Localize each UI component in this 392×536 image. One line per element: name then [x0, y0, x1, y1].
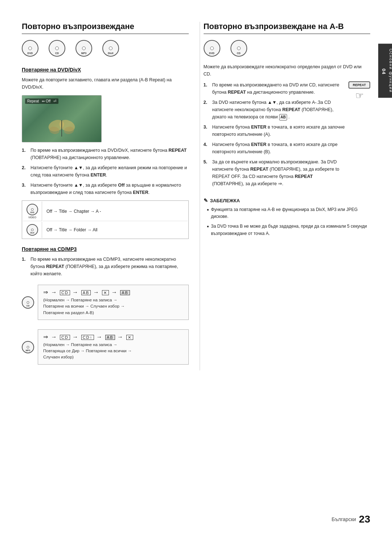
divx-icon-left: DivX: [102, 40, 119, 57]
right-step-2: 2. За DVD натиснете бутона ▲▼, да са изб…: [204, 99, 345, 121]
cd-mp3-steps-list: 1. По време на възпроизвеждане на CD/MP3…: [22, 256, 189, 277]
main-content: Повторно възпроизвеждане DVD CD: [22, 22, 370, 370]
right-intro: Можете да възпроизвеждате неколкократно …: [204, 63, 371, 78]
mp3-flow-desc: (Нормален → Повтаряне на записа → Повтар…: [43, 342, 183, 361]
cd-label: CD: [55, 52, 59, 54]
mp3-flow-chart: ⇒ → CD → CD↑ → AB → ✕ (Нормален → Повтар…: [38, 329, 189, 365]
disc-icons-left: DVD CD MP3: [22, 40, 189, 57]
right-step-3: 3. Натиснете бутона ENTER в точката, в к…: [204, 123, 345, 138]
left-column: Повторно възпроизвеждане DVD CD: [22, 22, 189, 370]
divx-icon-table: DivX: [26, 224, 38, 236]
dvd-divx-section: Повтаряне на DVD/DivX Можете да повторит…: [22, 67, 189, 239]
dvd-divx-intro: Можете да повторите заглавието, главата …: [22, 76, 189, 91]
dvd-divx-heading: Повтаряне на DVD/DivX: [22, 67, 189, 73]
cd-icon-flow: CD: [22, 296, 34, 309]
note-item-1-text: Функцията за повтаряне на A-B не функцио…: [211, 206, 370, 220]
repeat-mode-dvd: Off → Title → Chapter → A -: [43, 202, 188, 221]
note-list: Функцията за повтаряне на A-B не функцио…: [204, 206, 371, 237]
dvd-step-1: 1. По време на възпроизвеждането на DVD/…: [22, 147, 189, 161]
disc-icons-right: DVD CD: [204, 40, 371, 57]
mp3-flow-symbols: ⇒ → CD → CD↑ → AB → ✕: [43, 333, 183, 340]
right-step-5: 5. За да се върнете към нормално възпрои…: [204, 158, 345, 187]
page-container: 04 Основни функции Повторно възпроизвежд…: [0, 0, 392, 536]
table-row: DVD VIDEO Off → Title → Chapter → A -: [23, 202, 188, 221]
mp3-icon-flow: MP3: [22, 341, 34, 353]
note-section: ✎ ЗАБЕЛЕЖКА Функцията за повтаряне на A-…: [204, 198, 371, 237]
right-section-title: Повторно възпроизвеждане на А-В: [204, 22, 371, 34]
cd-mp3-heading: Повтаряне на CD/MP3: [22, 246, 189, 252]
mp3-flow-container: MP3 ⇒ → CD → CD↑ → AB → ✕ (Нормален → По…: [22, 326, 189, 367]
dvd-icon-right: DVD: [204, 40, 220, 57]
note-item-2-text: За DVD точка B не може да бъде зададена,…: [211, 223, 370, 237]
side-tab: 04 Основни функции: [378, 44, 392, 98]
butterfly-svg: [47, 117, 76, 138]
page-number: 23: [359, 513, 370, 525]
cd-mp3-section: Повтаряне на CD/MP3 1. По време на възпр…: [22, 246, 189, 367]
right-steps-text: 1. По време на възпроизвеждането на DVD …: [204, 81, 345, 190]
tab-number: 04: [381, 68, 387, 74]
note-heading: ЗАБЕЛЕЖКА: [210, 198, 240, 203]
dvd-steps-list: 1. По време на възпроизвеждането на DVD/…: [22, 147, 189, 196]
note-title: ✎ ЗАБЕЛЕЖКА: [204, 198, 371, 203]
repeat-table: DVD VIDEO Off → Title → Chapter → A -: [22, 200, 189, 239]
right-steps-container: 1. По време на възпроизвеждането на DVD …: [204, 81, 371, 190]
hand-pointing-icon: ☞: [348, 90, 370, 101]
cd-flow-chart: ⇒ → CD → AB → ✕ → AB (Нормален → Повтаря…: [38, 285, 189, 320]
cd-flow-desc: (Нормален → Повтаряне на записа → Повтар…: [43, 297, 183, 316]
cd-flow-container: CD ⇒ → CD → AB → ✕ → AB (Нормален → Повт…: [22, 281, 189, 322]
cd-icon-left: CD: [49, 40, 65, 57]
divx-label: DivX: [108, 52, 114, 54]
right-step-1: 1. По време на възпроизвеждането на DVD …: [204, 81, 345, 96]
mp3-label: MP3: [81, 52, 86, 54]
cd-icon-right: CD: [230, 40, 247, 57]
tab-text: Основни функции: [389, 49, 392, 93]
left-section-title: Повторно възпроизвеждане: [22, 22, 189, 34]
right-column: Повторно възпроизвеждане на А-В DVD CD М…: [200, 22, 371, 370]
disc-cell-divx: DivX: [23, 222, 42, 238]
right-step-4: 4. Натиснете бутона ENTER в точката, в к…: [204, 141, 345, 155]
page-footer: Български 23: [331, 513, 370, 525]
note-item-2: За DVD точка B не може да бъде зададена,…: [204, 223, 371, 237]
disc-cell-dvdvideo: DVD VIDEO: [23, 202, 42, 221]
dvd-icon-left: DVD: [22, 40, 38, 57]
dvd-step-3: 3. Натиснете бутоните ▲▼, за да изберете…: [22, 182, 189, 196]
mp3-icon-left: MP3: [75, 40, 92, 57]
repeat-overlay: Repeat ⇔ Off ⏎: [25, 98, 58, 104]
repeat-button-image: REPEAT ☞: [348, 81, 370, 190]
butterfly-image: Repeat ⇔ Off ⏎: [22, 95, 102, 142]
cd-flow-symbols: ⇒ → CD → AB → ✕ → AB: [43, 289, 183, 296]
dvd-step-2: 2. Натиснете бутоните ▲▼, за да изберете…: [22, 164, 189, 179]
repeat-label: REPEAT: [348, 81, 370, 89]
page-language: Български: [331, 516, 356, 522]
cd-mp3-step-1: 1. По време на възпроизвеждане на CD/MP3…: [22, 256, 189, 277]
dvd-label: DVD: [28, 52, 33, 54]
repeat-mode-divx: Off → Title → Folder → All: [43, 222, 188, 238]
table-row: DivX Off → Title → Folder → All: [23, 222, 188, 238]
right-steps-list: 1. По време на възпроизвеждането на DVD …: [204, 81, 345, 187]
note-item-1: Функцията за повтаряне на A-B не функцио…: [204, 206, 371, 220]
dvdvideo-icon: DVD: [26, 204, 38, 215]
note-icon: ✎: [204, 198, 208, 203]
